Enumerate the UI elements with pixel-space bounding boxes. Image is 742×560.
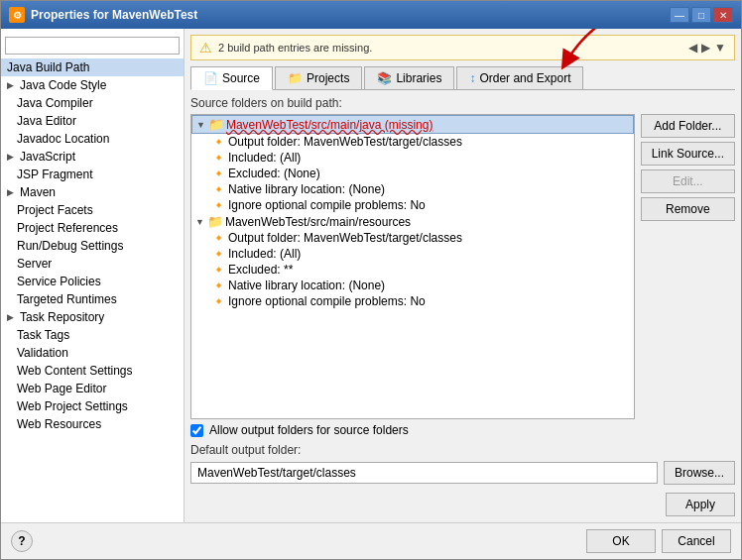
help-button[interactable]: ? — [11, 530, 33, 552]
output-icon-1: 🔸 — [211, 135, 226, 149]
output-folder-input[interactable] — [190, 462, 658, 484]
sidebar-item-task-repository[interactable]: ▶ Task Repository — [1, 308, 184, 326]
output-folder-label: Default output folder: — [190, 443, 735, 457]
source-tab-icon: 📄 — [203, 71, 218, 85]
ignore-icon-2: 🔸 — [211, 294, 226, 308]
tree-item-output-1[interactable]: 🔸 Output folder: MavenWebTest/target/cla… — [191, 134, 634, 150]
tree-item-included-1[interactable]: 🔸 Included: (All) — [191, 150, 634, 166]
tree-item-ignore-1[interactable]: 🔸 Ignore optional compile problems: No — [191, 197, 634, 213]
sidebar-item-web-page-editor[interactable]: Web Page Editor — [1, 380, 184, 397]
folder-error-icon: 📁 — [208, 117, 224, 132]
nav-back-button[interactable]: ◀ — [688, 41, 697, 55]
warning-bar: ⚠ 2 build path entries are missing. ◀ ▶ … — [190, 35, 735, 60]
native-icon-1: 🔸 — [211, 182, 226, 196]
sidebar-item-project-references[interactable]: Project References — [1, 219, 184, 237]
dialog-footer: ? OK Cancel — [1, 522, 741, 559]
source-buttons: Add Folder... Link Source... Edit... Rem… — [641, 114, 735, 419]
dialog-icon: ⚙ — [9, 7, 25, 23]
source-folders-label: Source folders on build path: — [190, 96, 735, 110]
excluded-icon-1: 🔸 — [211, 167, 226, 180]
sidebar-item-validation[interactable]: Validation — [1, 344, 184, 362]
allow-output-label: Allow output folders for source folders — [209, 423, 409, 437]
projects-tab-icon: 📁 — [288, 71, 303, 85]
warning-icon: ⚠ — [199, 40, 212, 56]
tree-item-excluded-2[interactable]: 🔸 Excluded: ** — [191, 262, 634, 278]
ok-button[interactable]: OK — [586, 529, 656, 553]
apply-button[interactable]: Apply — [666, 493, 735, 516]
sidebar-item-jsp-fragment[interactable]: JSP Fragment — [1, 166, 184, 183]
sidebar-item-java-code-style[interactable]: ▶ Java Code Style — [1, 76, 184, 94]
remove-button[interactable]: Remove — [641, 197, 735, 221]
browse-button[interactable]: Browse... — [664, 461, 735, 485]
tab-order-export[interactable]: ↕ Order and Export — [456, 66, 583, 89]
sidebar-item-web-content-settings[interactable]: Web Content Settings — [1, 362, 184, 380]
libraries-tab-icon: 📚 — [377, 71, 392, 85]
dialog-title: Properties for MavenWebTest — [31, 8, 197, 22]
sidebar-item-web-project-settings[interactable]: Web Project Settings — [1, 397, 184, 415]
tab-bar: 📄 Source 📁 Projects 📚 Libraries ↕ Order … — [190, 66, 735, 90]
bottom-section: Allow output folders for source folders … — [190, 419, 735, 489]
tree-item-ignore-2[interactable]: 🔸 Ignore optional compile problems: No — [191, 293, 634, 309]
tree-item-excluded-1[interactable]: 🔸 Excluded: (None) — [191, 166, 634, 181]
sidebar-item-maven[interactable]: ▶ Maven — [1, 183, 184, 201]
tree-item-label-missing: MavenWebTest/src/main/java (missing) — [226, 118, 433, 132]
nav-dropdown-button[interactable]: ▼ — [714, 41, 726, 55]
sidebar: Java Build Path ▶ Java Code Style Java C… — [1, 29, 185, 522]
folder-icon-2: 📁 — [207, 214, 223, 229]
output-folder-row: Browse... — [190, 461, 735, 485]
sidebar-search-input[interactable] — [5, 37, 180, 55]
link-source-button[interactable]: Link Source... — [641, 142, 735, 166]
expand-icon-2: ▼ — [195, 217, 204, 227]
included-icon-2: 🔸 — [211, 247, 226, 261]
allow-output-checkbox[interactable] — [190, 424, 203, 437]
sidebar-item-java-compiler[interactable]: Java Compiler — [1, 94, 184, 112]
expand-icon: ▼ — [196, 120, 205, 130]
tab-source[interactable]: 📄 Source — [190, 66, 273, 90]
sidebar-item-server[interactable]: Server — [1, 255, 184, 273]
tree-item-native-2[interactable]: 🔸 Native library location: (None) — [191, 278, 634, 293]
sidebar-item-service-policies[interactable]: Service Policies — [1, 273, 184, 290]
tab-libraries[interactable]: 📚 Libraries — [364, 66, 454, 89]
tab-projects[interactable]: 📁 Projects — [275, 66, 362, 89]
tree-item-src-main-java[interactable]: ▼ 📁 MavenWebTest/src/main/java (missing) — [191, 115, 634, 134]
tree-item-output-2[interactable]: 🔸 Output folder: MavenWebTest/target/cla… — [191, 230, 634, 246]
sidebar-item-javadoc-location[interactable]: Javadoc Location — [1, 130, 184, 148]
minimize-button[interactable]: — — [670, 7, 689, 23]
allow-output-row: Allow output folders for source folders — [190, 423, 735, 437]
sidebar-item-project-facets[interactable]: Project Facets — [1, 201, 184, 219]
sidebar-item-web-resources[interactable]: Web Resources — [1, 415, 184, 433]
native-icon-2: 🔸 — [211, 279, 226, 292]
title-bar: ⚙ Properties for MavenWebTest — □ ✕ — [1, 1, 741, 29]
edit-button[interactable]: Edit... — [641, 169, 735, 193]
maximize-button[interactable]: □ — [691, 7, 711, 23]
output-icon-2: 🔸 — [211, 231, 226, 245]
main-content: ⚠ 2 build path entries are missing. ◀ ▶ … — [185, 29, 741, 522]
sidebar-item-java-editor[interactable]: Java Editor — [1, 112, 184, 130]
ignore-icon-1: 🔸 — [211, 198, 226, 212]
cancel-button[interactable]: Cancel — [662, 529, 731, 553]
footer-left: ? — [11, 530, 33, 552]
source-panel: ▼ 📁 MavenWebTest/src/main/java (missing)… — [190, 114, 735, 419]
tree-item-included-2[interactable]: 🔸 Included: (All) — [191, 246, 634, 262]
warning-text: 2 build path entries are missing. — [218, 42, 372, 54]
sidebar-item-javascript[interactable]: ▶ JavaScript — [1, 148, 184, 166]
title-controls: — □ ✕ — [670, 7, 733, 23]
excluded-icon-2: 🔸 — [211, 263, 226, 277]
order-tab-icon: ↕ — [469, 71, 475, 85]
nav-forward-button[interactable]: ▶ — [701, 41, 710, 55]
tree-item-native-1[interactable]: 🔸 Native library location: (None) — [191, 181, 634, 197]
sidebar-item-task-tags[interactable]: Task Tags — [1, 326, 184, 344]
sidebar-item-targeted-runtimes[interactable]: Targeted Runtimes — [1, 290, 184, 308]
dialog-body: Java Build Path ▶ Java Code Style Java C… — [1, 29, 741, 522]
tree-item-src-main-resources[interactable]: ▼ 📁 MavenWebTest/src/main/resources — [191, 213, 634, 230]
tabs-container: 📄 Source 📁 Projects 📚 Libraries ↕ Order … — [190, 66, 735, 96]
add-folder-button[interactable]: Add Folder... — [641, 114, 735, 138]
sidebar-item-java-build-path[interactable]: Java Build Path — [1, 58, 184, 76]
included-icon-1: 🔸 — [211, 151, 226, 165]
close-button[interactable]: ✕ — [713, 7, 733, 23]
apply-row: Apply — [190, 489, 735, 516]
properties-dialog: ⚙ Properties for MavenWebTest — □ ✕ Java… — [0, 0, 742, 560]
source-tree[interactable]: ▼ 📁 MavenWebTest/src/main/java (missing)… — [190, 114, 635, 419]
source-content: Source folders on build path: ▼ 📁 MavenW… — [190, 96, 735, 489]
sidebar-item-run-debug-settings[interactable]: Run/Debug Settings — [1, 237, 184, 255]
